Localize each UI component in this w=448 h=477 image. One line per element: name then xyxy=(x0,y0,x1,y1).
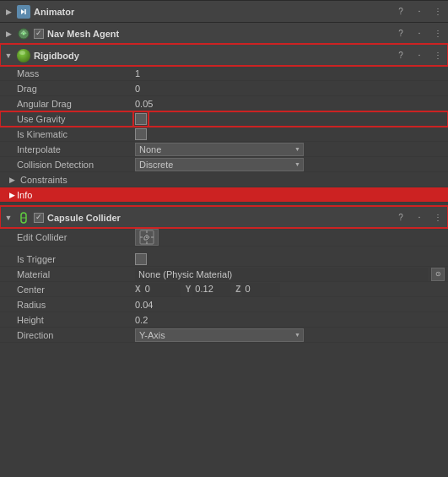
animator-icon-shape xyxy=(17,5,30,19)
collision-detection-row: Collision Detection Discrete Continuous … xyxy=(0,157,448,172)
use-gravity-label: Use Gravity xyxy=(17,114,135,124)
constraints-section[interactable]: ▶ Constraints xyxy=(0,172,448,187)
interpolate-dropdown[interactable]: None Interpolate Extrapolate xyxy=(135,143,304,156)
center-y-label: Y xyxy=(186,285,192,294)
rigidbody-body: Mass 1 Drag 0 Angular Drag 0.05 Use Grav… xyxy=(0,66,448,203)
material-row: Material None (Physic Material) ⊙ xyxy=(0,267,448,282)
interpolate-row: Interpolate None Interpolate Extrapolate xyxy=(0,142,448,157)
edit-collider-row: Edit Collider xyxy=(0,228,448,247)
material-value: None (Physic Material) xyxy=(135,268,428,281)
drag-value: 0 xyxy=(135,84,445,94)
navmesh-fold-arrow[interactable]: ▶ xyxy=(3,29,13,39)
capsule-help-btn[interactable]: ? xyxy=(394,211,408,225)
svg-point-2 xyxy=(23,32,25,35)
capsule-header-left: ▼ Capsule Collider xyxy=(3,211,394,225)
animator-help-btn[interactable]: ? xyxy=(394,5,408,19)
inspector-panel: ▶ Animator ? ⬝ ⋮ ▶ xyxy=(0,0,448,343)
animator-menu-btn[interactable]: ⋮ xyxy=(431,5,445,19)
center-z-label: Z xyxy=(235,285,240,294)
angular-drag-value: 0.05 xyxy=(135,99,445,109)
radius-row: Radius 0.04 xyxy=(0,297,448,312)
is-kinematic-row: Is Kinematic xyxy=(0,127,448,142)
center-x-item: X 0 xyxy=(135,283,181,296)
is-trigger-row: Is Trigger xyxy=(0,252,448,267)
edit-collider-button[interactable] xyxy=(135,229,159,246)
height-row: Height 0.2 xyxy=(0,312,448,328)
collision-detection-label: Collision Detection xyxy=(17,160,135,170)
capsule-icon xyxy=(17,211,30,225)
is-kinematic-checkbox[interactable] xyxy=(135,128,147,140)
animator-header[interactable]: ▶ Animator ? ⬝ ⋮ xyxy=(0,0,448,22)
direction-dropdown[interactable]: X-Axis Y-Axis Z-Axis xyxy=(135,328,304,342)
navmesh-help-btn[interactable]: ? xyxy=(394,27,408,41)
direction-row: Direction X-Axis Y-Axis Z-Axis xyxy=(0,328,448,343)
radius-value: 0.04 xyxy=(135,300,445,310)
navmesh-header[interactable]: ▶ Nav Mesh Agent ? ⬝ ⋮ xyxy=(0,22,448,44)
center-z-value[interactable]: 0 xyxy=(242,283,280,296)
rigidbody-title: Rigidbody xyxy=(34,51,79,61)
rigidbody-help-btn[interactable]: ? xyxy=(394,49,408,62)
animator-header-right: ? ⬝ ⋮ xyxy=(394,5,445,19)
capsule-collider-title: Capsule Collider xyxy=(47,213,121,223)
center-x-label: X xyxy=(135,285,141,294)
rigidbody-menu-btn[interactable]: ⋮ xyxy=(431,49,445,62)
is-kinematic-label: Is Kinematic xyxy=(17,129,135,139)
capsule-collider-body: Edit Collider Is Trigger Material xyxy=(0,228,448,343)
rigidbody-align-btn[interactable]: ⬝ xyxy=(413,49,426,62)
center-xyz-group: X 0 Y 0.12 Z 0 xyxy=(135,283,280,296)
center-x-value[interactable]: 0 xyxy=(143,283,181,296)
navmesh-menu-btn[interactable]: ⋮ xyxy=(431,27,445,41)
rigidbody-icon xyxy=(17,49,30,62)
animator-icon xyxy=(17,5,30,19)
capsule-menu-btn[interactable]: ⋮ xyxy=(431,211,445,225)
capsule-collider-checkbox[interactable] xyxy=(34,213,44,223)
info-section[interactable]: ▶ Info xyxy=(0,187,448,203)
direction-dropdown-wrapper: X-Axis Y-Axis Z-Axis xyxy=(135,328,304,342)
navmesh-checkbox[interactable] xyxy=(34,29,44,39)
animator-header-left: ▶ Animator xyxy=(3,5,394,19)
edit-collider-label: Edit Collider xyxy=(17,232,135,242)
animator-align-btn[interactable]: ⬝ xyxy=(413,5,426,19)
height-label: Height xyxy=(17,315,135,325)
angular-drag-label: Angular Drag xyxy=(17,99,135,109)
drag-row: Drag 0 xyxy=(0,81,448,96)
rigidbody-header[interactable]: ▼ Rigidbody ? ⬝ ⋮ xyxy=(0,44,448,66)
rigidbody-fold-arrow[interactable]: ▼ xyxy=(3,51,13,61)
navmesh-icon xyxy=(17,27,30,41)
svg-point-6 xyxy=(146,236,148,238)
interpolate-label: Interpolate xyxy=(17,144,135,154)
animator-title: Animator xyxy=(34,7,74,17)
rigidbody-header-left: ▼ Rigidbody xyxy=(3,49,394,62)
interpolate-dropdown-wrapper: None Interpolate Extrapolate xyxy=(135,143,304,156)
mass-label: Mass xyxy=(17,68,135,79)
collision-detection-dropdown[interactable]: Discrete Continuous Continuous Dynamic C… xyxy=(135,158,304,171)
capsule-align-btn[interactable]: ⬝ xyxy=(413,211,426,225)
center-label: Center xyxy=(17,285,135,295)
animator-fold-arrow[interactable]: ▶ xyxy=(3,7,13,17)
radius-label: Radius xyxy=(17,300,135,310)
navmesh-header-right: ? ⬝ ⋮ xyxy=(394,27,445,41)
capsule-fold-arrow[interactable]: ▼ xyxy=(3,213,13,223)
direction-label: Direction xyxy=(17,330,135,340)
is-trigger-checkbox[interactable] xyxy=(135,253,147,265)
material-field: None (Physic Material) ⊙ xyxy=(135,268,445,281)
capsule-collider-header[interactable]: ▼ Capsule Collider ? ⬝ ⋮ xyxy=(0,206,448,228)
navmesh-header-left: ▶ Nav Mesh Agent xyxy=(3,27,394,41)
drag-label: Drag xyxy=(17,84,135,94)
height-value: 0.2 xyxy=(135,315,445,325)
center-z-item: Z 0 xyxy=(235,283,280,296)
collision-detection-dropdown-wrapper: Discrete Continuous Continuous Dynamic C… xyxy=(135,158,304,171)
angular-drag-row: Angular Drag 0.05 xyxy=(0,96,448,111)
use-gravity-row: Use Gravity xyxy=(0,111,448,127)
constraints-label: Constraints xyxy=(20,175,67,185)
info-fold-arrow[interactable]: ▶ xyxy=(7,190,17,200)
rigidbody-header-right: ? ⬝ ⋮ xyxy=(394,49,445,62)
mass-value: 1 xyxy=(135,68,445,79)
center-y-value[interactable]: 0.12 xyxy=(192,283,230,296)
material-pick-button[interactable]: ⊙ xyxy=(431,268,445,281)
constraints-fold-arrow[interactable]: ▶ xyxy=(7,175,17,185)
navmesh-align-btn[interactable]: ⬝ xyxy=(413,27,426,41)
material-label: Material xyxy=(17,269,135,279)
use-gravity-checkbox[interactable] xyxy=(135,113,147,125)
navmesh-title: Nav Mesh Agent xyxy=(47,29,119,39)
